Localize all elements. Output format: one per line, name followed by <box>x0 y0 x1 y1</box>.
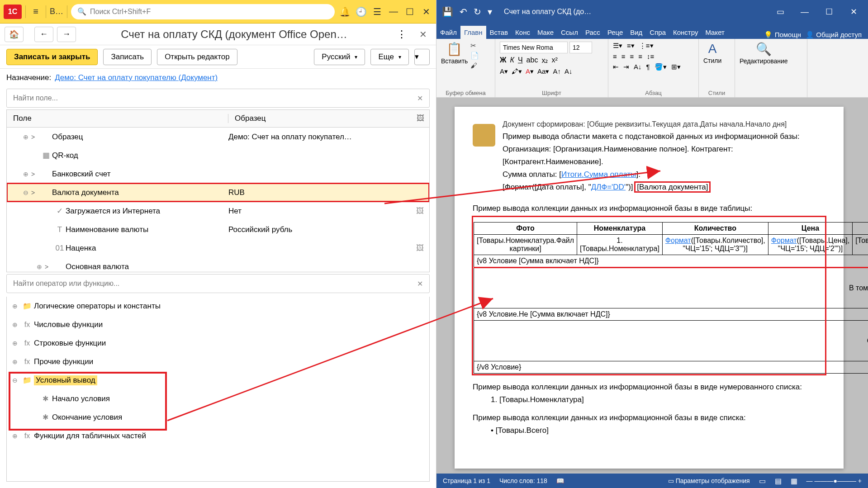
picture-column-icon[interactable]: 🖼 <box>411 114 429 123</box>
web-layout-icon[interactable]: ▦ <box>791 477 797 485</box>
func-row[interactable]: ✱Начало условия <box>7 389 429 408</box>
font-size-combo[interactable]: 12 <box>569 42 592 53</box>
more-dropdown[interactable]: Еще <box>370 49 409 65</box>
tree-row[interactable]: 01Наценка🖼 <box>7 239 429 257</box>
ribbon-tab[interactable]: Вид <box>626 26 646 39</box>
expand-icon[interactable]: ⊖ <box>9 377 20 384</box>
expand-icon[interactable]: ⊕ <box>34 263 45 270</box>
settings-icon[interactable]: ☰ <box>371 5 384 18</box>
close-tab-icon[interactable]: ✕ <box>415 29 432 40</box>
justify-icon[interactable]: ≡ <box>638 52 642 60</box>
assignment-link[interactable]: Демо: Счет на оплату покупателю (Докумен… <box>55 73 218 82</box>
picture-icon[interactable]: 🖼 <box>416 207 424 216</box>
clear-icon[interactable]: ✕ <box>417 94 423 103</box>
home-button[interactable]: 🏠 <box>5 27 24 42</box>
func-row[interactable]: ⊕fxСтроковые функции <box>7 334 429 352</box>
maximize-icon[interactable]: ☐ <box>403 5 416 18</box>
expand-icon[interactable]: ⊕ <box>9 340 20 347</box>
decrease-indent-icon[interactable]: ⇤ <box>613 63 619 71</box>
expand-icon[interactable]: ⊕ <box>9 358 20 365</box>
minimize-icon[interactable]: — <box>387 5 400 18</box>
func-row[interactable]: ⊕fxЧисловые функции <box>7 315 429 334</box>
ribbon-tab[interactable]: Расс <box>582 26 604 39</box>
bold-icon[interactable]: Ж <box>500 56 506 65</box>
tree-row[interactable]: ⊕>Основная валюта <box>7 257 429 272</box>
history-icon[interactable]: 🕘 <box>355 5 367 18</box>
expand-icon[interactable]: ⊕ <box>9 432 20 440</box>
shading-icon[interactable]: 🪣▾ <box>655 63 667 71</box>
chevron-icon[interactable]: > <box>45 263 54 270</box>
expand-icon[interactable]: ⊕ <box>20 171 31 178</box>
expand-icon[interactable]: ⊕ <box>9 321 20 328</box>
ribbon-tab[interactable]: Макет <box>702 26 728 39</box>
find-field-input[interactable] <box>13 94 413 102</box>
func-row[interactable]: ⊕fxПрочие функции <box>7 352 429 371</box>
global-search[interactable]: 🔍 <box>71 4 335 19</box>
ribbon-tab[interactable]: Файл <box>436 26 460 39</box>
menu-icon[interactable]: ≡ <box>29 5 42 18</box>
bell-icon[interactable]: 🔔 <box>338 5 351 18</box>
strike-icon[interactable]: abc <box>526 56 538 65</box>
tree-row[interactable]: ⊖>Валюта документаRUB <box>7 183 429 202</box>
change-case-icon[interactable]: Aa▾ <box>537 67 549 76</box>
undo-icon[interactable]: ↶ <box>460 6 467 17</box>
paste-button[interactable]: 📋 Вставить <box>441 42 468 65</box>
tree-row[interactable]: TНаименование валютыРоссийский рубль <box>7 220 429 239</box>
find-func-input[interactable] <box>13 280 413 288</box>
ribbon-tab[interactable]: Реце <box>604 26 626 39</box>
tree-row[interactable]: ⊕>ОбразецДемо: Счет на оплату покупател… <box>7 128 429 146</box>
read-mode-icon[interactable]: ▭ <box>759 477 766 485</box>
shrink-font-icon[interactable]: A↓ <box>564 67 573 76</box>
ribbon-tab[interactable]: Спра <box>646 26 669 39</box>
ribbon-tab[interactable]: Маке <box>534 26 557 39</box>
save-icon[interactable]: 💾 <box>442 6 453 17</box>
save-button[interactable]: Записать <box>103 49 152 65</box>
copy-icon[interactable]: 📄 <box>470 52 479 60</box>
expand-icon[interactable]: ⊕ <box>9 303 20 310</box>
zoom-slider[interactable]: — ———●——— + <box>806 477 862 484</box>
styles-button[interactable]: AСтили <box>703 42 721 64</box>
font-name-combo[interactable]: Times New Roma <box>500 42 568 53</box>
cut-icon[interactable]: ✂ <box>470 42 479 50</box>
ribbon-tab[interactable]: Встав <box>486 26 512 39</box>
ribbon-tab[interactable]: Констру <box>669 26 702 39</box>
chevron-icon[interactable]: > <box>31 189 40 196</box>
italic-icon[interactable]: К <box>510 56 514 65</box>
help-button[interactable]: 💡 Помощн <box>764 31 801 39</box>
show-marks-icon[interactable]: ¶ <box>646 63 650 71</box>
minimize-icon[interactable]: — <box>796 3 814 21</box>
ribbon-tab[interactable]: Ссыл <box>557 26 582 39</box>
more-icon[interactable]: ⋮ <box>392 28 411 40</box>
numbering-icon[interactable]: ≡▾ <box>627 42 635 50</box>
expand-icon[interactable]: ⊖ <box>20 189 31 196</box>
back-button[interactable]: ← <box>34 27 53 42</box>
grow-font-icon[interactable]: A↑ <box>553 67 561 76</box>
subscript-icon[interactable]: x₂ <box>541 56 548 65</box>
bullets-icon[interactable]: ☰▾ <box>613 42 622 50</box>
display-params[interactable]: ▭ Параметры отображения <box>668 477 750 484</box>
format-painter-icon[interactable]: 🖌 <box>470 62 479 69</box>
search-input[interactable] <box>90 8 328 16</box>
func-row[interactable]: ✱Окончание условия <box>7 408 429 426</box>
align-right-icon[interactable]: ≡ <box>630 52 634 60</box>
text-effects-icon[interactable]: A▾ <box>500 67 508 76</box>
picture-icon[interactable]: 🖼 <box>416 244 424 253</box>
close-icon[interactable]: ✕ <box>420 5 432 18</box>
page-indicator[interactable]: Страница 1 из 1 <box>443 477 490 484</box>
chevron-icon[interactable]: > <box>31 133 40 141</box>
tree-row[interactable]: ▦QR-код <box>7 146 429 165</box>
align-left-icon[interactable]: ≡ <box>613 52 617 60</box>
ribbon-options-icon[interactable]: ▭ <box>771 3 789 21</box>
font-color-icon[interactable]: A▾ <box>526 67 534 76</box>
expand-icon[interactable]: ⊕ <box>20 133 31 141</box>
func-row[interactable]: ⊖📁Условный вывод <box>7 371 429 389</box>
editing-button[interactable]: 🔍Редактирование <box>740 42 788 65</box>
open-editor-button[interactable]: Открыть редактор <box>157 49 237 65</box>
document-page[interactable]: Документ сформирован: [Общие реквизиты.Т… <box>455 107 844 469</box>
breadcrumb[interactable]: В… <box>50 7 63 16</box>
line-spacing-icon[interactable]: ↕≡ <box>647 52 654 60</box>
column-sample[interactable]: Образец <box>228 114 411 123</box>
highlight-icon[interactable]: 🖍▾ <box>512 67 522 76</box>
extra-dropdown[interactable]: ▾ <box>414 49 430 65</box>
superscript-icon[interactable]: x² <box>551 56 557 65</box>
